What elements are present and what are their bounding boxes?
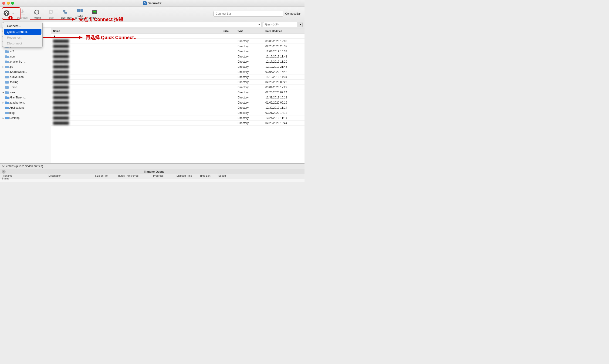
file-sidebar: ▶ .eclipse ▶ .gem ▶ .git ▶ .jrebel — [0, 28, 51, 163]
file-row[interactable]: ████████ Directory 12/17/2019 11:20 — [51, 59, 305, 64]
file-date: 11/19/2019 14:34 — [265, 75, 303, 79]
sidebar-label: .oracle_jre_... — [9, 60, 26, 63]
sidebar-item-shadowsocks[interactable]: .Shadowsoc... — [0, 69, 51, 75]
file-row[interactable]: ████████ Directory 11/19/2019 14:34 — [51, 75, 305, 80]
refresh-button[interactable]: Refresh — [30, 7, 44, 20]
sidebar-item-allantian[interactable]: AllanTian-m... — [0, 95, 51, 100]
file-row[interactable]: ████████ Directory 02/28/2020 16:44 — [51, 121, 305, 126]
path-dropdown-button[interactable]: ▼ — [257, 22, 261, 27]
file-row[interactable]: ████████ Directory 12/16/2019 11:41 — [51, 54, 305, 59]
expand-icon: ▶ — [2, 65, 5, 68]
folder-icon — [5, 111, 9, 114]
svg-rect-3 — [6, 13, 7, 15]
sidebar-label: .tooling — [9, 80, 18, 84]
file-type: Directory — [237, 65, 265, 68]
file-date: 03/06/2020 12:00 — [265, 39, 303, 43]
file-type: Directory — [237, 50, 265, 53]
queue-col-filename: Filename — [2, 174, 48, 177]
col-type-header: Type — [237, 30, 265, 32]
file-name: ████████ — [53, 70, 223, 74]
expand-icon: ▶ — [2, 91, 5, 94]
disconnect-menu-item[interactable]: Disconnect — [3, 40, 42, 46]
securecrt-label: SecureCRT — [89, 16, 101, 19]
download-label: Download — [17, 16, 27, 19]
sidebar-item-npm[interactable]: .npm — [0, 54, 51, 59]
stop-button[interactable]: Stop — [44, 7, 58, 20]
folder-icon — [5, 76, 9, 78]
sidebar-item-p2[interactable]: ▶ .p2 — [0, 64, 51, 69]
file-row[interactable]: ████████ Directory 12/10/2019 21:46 — [51, 64, 305, 69]
queue-close-button[interactable]: ✕ — [2, 170, 6, 174]
file-row[interactable]: ████████ Directory 03/04/2020 17:22 — [51, 85, 305, 90]
sidebar-label: .p2 — [9, 65, 13, 68]
queue-col-size: Size of File — [95, 174, 118, 177]
file-row[interactable]: ████████ Directory 12/31/2019 10:18 — [51, 95, 305, 100]
file-row[interactable]: ████████ Directory 03/06/2020 12:00 — [51, 39, 305, 44]
sync-browsing-icon — [76, 7, 84, 14]
refresh-icon — [33, 8, 40, 16]
sidebar-label: .m2 — [9, 50, 14, 53]
folder-tree-button[interactable]: Folder Tree — [59, 7, 73, 20]
securecrt-button[interactable]: CRT SecureCRT — [88, 7, 102, 20]
file-name: ████████ — [53, 86, 223, 89]
file-name: ████████ — [53, 50, 223, 53]
download-button[interactable]: Download — [15, 7, 29, 20]
sidebar-item-oracle[interactable]: .oracle_jre_... — [0, 59, 51, 64]
window-title: S SecureFX — [143, 1, 162, 5]
file-date: 02/21/2020 14:18 — [265, 111, 303, 115]
svg-text:S: S — [144, 2, 145, 5]
host-input[interactable] — [213, 11, 283, 16]
minimize-button[interactable] — [7, 2, 10, 5]
app-icon: S — [143, 1, 147, 5]
sidebar-label: blog — [9, 111, 15, 115]
file-date: 12/31/2019 10:18 — [265, 96, 303, 99]
file-name: ████████ — [53, 111, 223, 115]
file-row[interactable]: ████████ Directory 01/09/2020 09:19 — [51, 100, 305, 105]
file-type: Directory — [237, 86, 265, 89]
quick-connect-menu-item[interactable]: Quick Connect... — [4, 29, 41, 35]
expand-icon: ▶ — [2, 117, 5, 119]
file-type: Directory — [237, 96, 265, 99]
file-row[interactable]: ████████ Directory 02/23/2020 20:37 — [51, 44, 305, 49]
file-date: 12/03/2019 10:38 — [265, 50, 303, 53]
sidebar-item-subversion[interactable]: .subversion — [0, 75, 51, 80]
file-name: ████████ — [53, 116, 223, 120]
connect-dropdown-arrow[interactable]: ▼ — [11, 7, 15, 20]
close-button[interactable] — [2, 2, 5, 5]
sidebar-item-m2[interactable]: .m2 — [0, 49, 51, 54]
file-row-parent[interactable]: ▲ — [51, 34, 305, 39]
file-row[interactable]: ████████ Directory 02/26/2020 09:23 — [51, 80, 305, 85]
sidebar-item-tooling[interactable]: .tooling — [0, 80, 51, 85]
connect-menu-item[interactable]: Connect... — [3, 23, 42, 29]
file-row[interactable]: ████████ Directory 03/05/2020 16:42 — [51, 69, 305, 75]
sidebar-item-wns[interactable]: ▶ .wns — [0, 90, 51, 95]
file-type: Directory — [237, 106, 265, 109]
sidebar-item-apache[interactable]: ▶ apache-tom... — [0, 100, 51, 105]
file-row[interactable]: ████████ Directory 02/21/2020 14:18 — [51, 110, 305, 116]
filter-input[interactable] — [263, 22, 298, 27]
sidebar-item-applications[interactable]: Applications — [0, 105, 51, 110]
file-row[interactable]: ████████ Directory 02/26/2020 09:24 — [51, 90, 305, 95]
file-type: Directory — [237, 111, 265, 115]
svg-rect-4 — [20, 14, 25, 14]
status-bar: 55 entries (plus 2 hidden entries) — [0, 163, 305, 169]
file-date: 12/16/2019 11:41 — [265, 55, 303, 58]
connect-button[interactable] — [2, 7, 11, 20]
sidebar-item-trash[interactable]: .Trash — [0, 85, 51, 90]
main-content: ▶ .eclipse ▶ .gem ▶ .git ▶ .jrebel — [0, 28, 305, 163]
maximize-button[interactable] — [11, 2, 14, 5]
filter-dropdown-button[interactable]: ▼ — [298, 22, 303, 27]
file-row[interactable]: ████████ Directory 12/24/2019 11:14 — [51, 116, 305, 121]
sidebar-item-blog[interactable]: blog — [0, 110, 51, 116]
file-row[interactable]: ████████ Directory 12/30/2019 11:14 — [51, 105, 305, 110]
queue-col-speed: Speed — [218, 174, 237, 177]
folder-icon — [5, 81, 9, 84]
sidebar-label: Applications — [9, 106, 25, 109]
file-row[interactable]: ████████ Directory 12/03/2019 10:38 — [51, 49, 305, 54]
file-list: Name Size Type Date Modified ▲ ████████ … — [51, 28, 305, 163]
file-name: ████████ — [53, 45, 223, 48]
sidebar-item-desktop[interactable]: ▶ Desktop — [0, 116, 51, 121]
file-date: 01/09/2020 09:19 — [265, 101, 303, 104]
sync-browsing-button[interactable]: Sync Browsing — [73, 7, 87, 20]
reconnect-menu-item[interactable]: Reconnect — [3, 35, 42, 40]
